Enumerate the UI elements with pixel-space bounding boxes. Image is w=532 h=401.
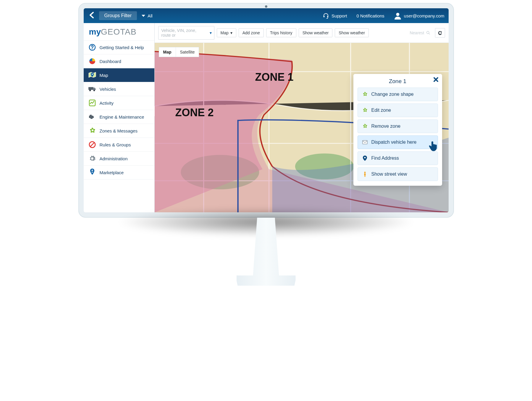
show-weather-label: Show weather <box>339 30 365 35</box>
tab-satellite[interactable]: Satellite <box>176 47 199 57</box>
svg-rect-22 <box>364 175 365 177</box>
popup-item-dispatch[interactable]: Dispatch vehicle here <box>358 135 438 149</box>
logo-my: my <box>89 27 101 36</box>
back-button[interactable] <box>88 11 96 20</box>
map-btn-label: Map <box>221 30 229 35</box>
popup-close-button[interactable] <box>433 76 439 84</box>
gear-icon <box>88 155 96 162</box>
svg-rect-6 <box>88 87 93 90</box>
sidebar-item-engine[interactable]: Engine & Maintenance <box>84 110 154 124</box>
svg-line-11 <box>90 143 94 147</box>
tab-map[interactable]: Map <box>159 47 176 57</box>
support-link[interactable]: Support <box>323 12 347 19</box>
map-icon <box>88 71 96 79</box>
popup-item-street-view[interactable]: Show street view <box>358 167 438 181</box>
refresh-icon <box>437 30 443 35</box>
svg-point-20 <box>364 172 366 173</box>
sidebar-item-admin[interactable]: Administration <box>84 152 154 166</box>
sidebar-item-map[interactable]: Map <box>84 68 154 82</box>
monitor-camera <box>265 5 267 8</box>
shape-icon <box>362 107 368 113</box>
refresh-button[interactable] <box>435 28 445 38</box>
chevron-left-icon <box>89 12 95 18</box>
headset-icon <box>323 12 329 19</box>
shape-icon <box>362 123 368 129</box>
svg-rect-0 <box>324 16 325 17</box>
nav-label: Zones & Messages <box>100 128 138 133</box>
close-icon <box>433 77 439 82</box>
popup-item-label: Change zone shape <box>371 92 414 97</box>
map-toolbar: Vehicle, VIN, zone, route or ▾ Map ▾ Add… <box>155 23 449 43</box>
rules-icon <box>88 141 96 148</box>
support-label: Support <box>332 13 347 18</box>
svg-point-8 <box>93 90 95 91</box>
show-weather-button-1[interactable]: Show weather <box>299 28 333 37</box>
search-icon <box>426 31 430 35</box>
add-zone-button[interactable]: Add zone <box>239 28 264 37</box>
sidebar-item-zones[interactable]: Zones & Messages <box>84 124 154 138</box>
svg-point-7 <box>89 90 91 91</box>
nav-label: Dashboard <box>100 59 121 64</box>
svg-point-5 <box>92 74 93 75</box>
logo-brand: GEOTAB <box>101 27 137 36</box>
main: Vehicle, VIN, zone, route or ▾ Map ▾ Add… <box>155 23 449 212</box>
sidebar-item-vehicles[interactable]: Vehicles <box>84 82 154 96</box>
zone-context-popup: Zone 1 Change zone shape Edit zone <box>353 74 442 186</box>
add-zone-label: Add zone <box>242 30 260 35</box>
sidebar-item-marketplace[interactable]: Marketplace <box>84 166 154 180</box>
sidebar-item-activity[interactable]: Activity <box>84 96 154 110</box>
show-weather-button-2[interactable]: Show weather <box>335 28 369 37</box>
popup-item-remove-zone[interactable]: Remove zone <box>358 119 438 133</box>
popup-item-label: Find Address <box>371 156 399 161</box>
search-input[interactable]: Vehicle, VIN, zone, route or ▾ <box>158 26 214 40</box>
help-icon <box>88 43 96 51</box>
marketplace-icon <box>88 169 96 176</box>
sidebar: myGEOTAB Getting Started & Help Dashboar… <box>84 23 155 212</box>
nav-label: Rules & Groups <box>100 142 131 147</box>
envelope-icon <box>362 139 368 145</box>
user-icon <box>394 12 402 20</box>
svg-rect-21 <box>364 173 366 175</box>
topbar: Groups Filter All Support 0 Notification… <box>84 8 449 23</box>
all-dropdown[interactable]: All <box>142 13 153 18</box>
svg-line-13 <box>428 33 430 35</box>
zone1-map-label: ZONE 1 <box>255 71 294 83</box>
zone2-map-label: ZONE 2 <box>175 106 214 119</box>
sidebar-item-help[interactable]: Getting Started & Help <box>84 41 154 54</box>
popup-title: Zone 1 <box>358 78 438 85</box>
svg-point-19 <box>364 157 366 159</box>
svg-point-4 <box>92 48 93 49</box>
svg-point-12 <box>426 31 429 34</box>
popup-item-change-shape[interactable]: Change zone shape <box>358 88 438 101</box>
trips-history-button[interactable]: Trips history <box>266 28 296 37</box>
dropdown-icon: ▾ <box>230 30 232 35</box>
nav-label: Vehicles <box>100 87 116 92</box>
user-menu[interactable]: user@company.com <box>394 12 444 20</box>
popup-item-find-address[interactable]: Find Address <box>358 151 438 165</box>
notifications-label: 0 Notifications <box>357 13 384 18</box>
user-email: user@company.com <box>404 13 444 18</box>
map-type-dropdown[interactable]: Map ▾ <box>217 28 236 37</box>
map-canvas[interactable]: Map Satellite ZONE 1 ZONE 2 Zone 1 <box>155 43 449 212</box>
trips-history-label: Trips history <box>270 30 292 35</box>
popup-item-edit-zone[interactable]: Edit zone <box>358 104 438 117</box>
nearest-button[interactable]: Nearest <box>407 29 432 37</box>
pin-icon <box>362 155 368 161</box>
sidebar-item-rules[interactable]: Rules & Groups <box>84 138 154 152</box>
dropdown-icon <box>142 15 145 17</box>
svg-rect-23 <box>365 175 366 177</box>
popup-item-label: Edit zone <box>371 108 391 113</box>
engine-icon <box>88 113 96 121</box>
sidebar-item-dashboard[interactable]: Dashboard <box>84 54 154 68</box>
nav-label: Map <box>100 73 108 78</box>
svg-rect-1 <box>327 16 329 17</box>
notifications-link[interactable]: 0 Notifications <box>357 13 384 18</box>
logo: myGEOTAB <box>84 23 154 41</box>
popup-item-label: Show street view <box>371 172 407 177</box>
dropdown-icon: ▾ <box>210 30 212 35</box>
pie-icon <box>88 57 96 65</box>
groups-filter-chip[interactable]: Groups Filter <box>99 11 137 20</box>
shape-icon <box>362 91 368 97</box>
search-placeholder: Vehicle, VIN, zone, route or <box>161 28 206 38</box>
nav-label: Getting Started & Help <box>100 45 144 50</box>
